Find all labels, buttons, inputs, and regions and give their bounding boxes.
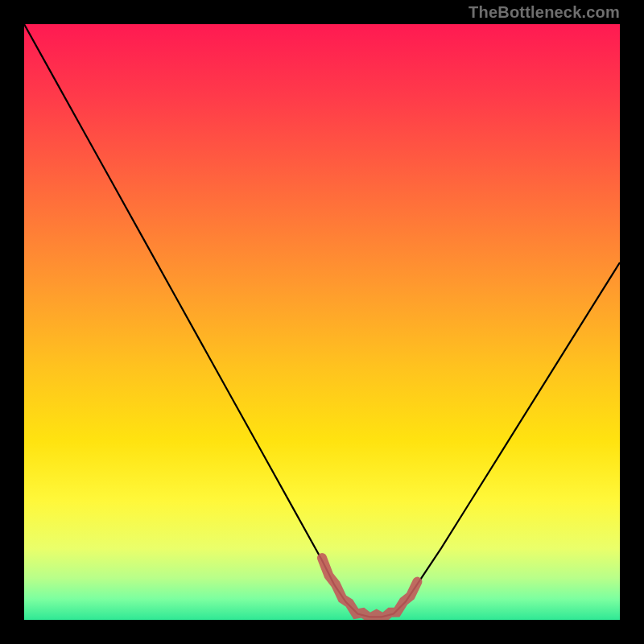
bottleneck-curve [24,24,620,617]
plot-area [24,24,620,620]
chart-svg [24,24,620,620]
watermark-text: TheBottleneck.com [469,3,620,22]
flat-bottom-band [322,558,417,618]
chart-frame: TheBottleneck.com [0,0,644,644]
